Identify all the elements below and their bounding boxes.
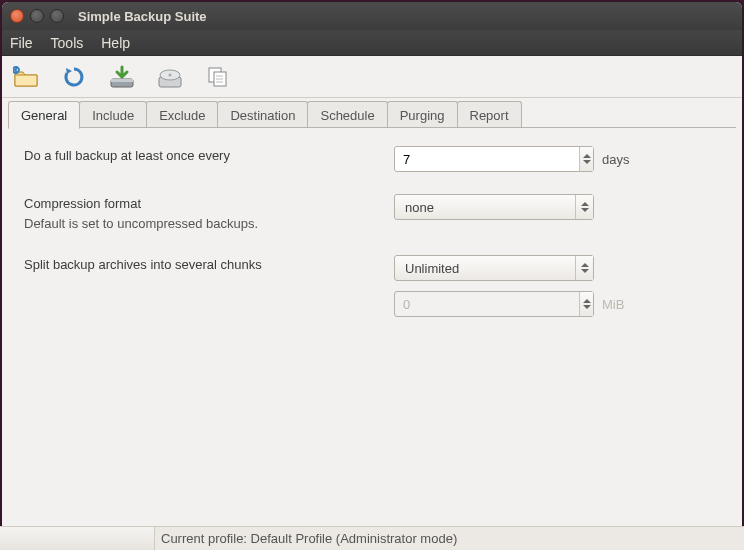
combo-arrows (575, 256, 593, 280)
tab-purging[interactable]: Purging (387, 101, 458, 128)
tab-schedule[interactable]: Schedule (307, 101, 387, 128)
row-split: Split backup archives into several chunk… (24, 255, 720, 281)
toolbar (2, 56, 742, 98)
spin-buttons (579, 292, 593, 316)
reload-icon[interactable] (60, 63, 88, 91)
menu-tools[interactable]: Tools (51, 35, 84, 51)
tab-label: Purging (400, 108, 445, 123)
tab-label: Exclude (159, 108, 205, 123)
disk-icon[interactable] (156, 63, 184, 91)
split-size-input (395, 297, 579, 312)
svg-rect-1 (111, 79, 133, 82)
tab-label: Schedule (320, 108, 374, 123)
split-value: Unlimited (395, 261, 575, 276)
tab-content-general: Do a full backup at least once every day… (2, 128, 742, 508)
compression-combobox[interactable]: none (394, 194, 594, 220)
tab-label: Report (470, 108, 509, 123)
tab-destination[interactable]: Destination (217, 101, 308, 128)
backup-icon[interactable] (108, 63, 136, 91)
tab-include[interactable]: Include (79, 101, 147, 128)
open-folder-icon[interactable] (12, 63, 40, 91)
split-label: Split backup archives into several chunk… (24, 257, 262, 272)
window-title: Simple Backup Suite (78, 9, 207, 24)
tabbar: General Include Exclude Destination Sche… (2, 98, 742, 128)
chevron-up-icon (583, 299, 591, 303)
chevron-down-icon (581, 269, 589, 273)
full-backup-label: Do a full backup at least once every (24, 148, 230, 163)
tab-label: General (21, 108, 67, 123)
app-window: Simple Backup Suite File Tools Help Gene… (2, 2, 742, 546)
compression-label: Compression format (24, 194, 394, 214)
row-compression: Compression format Default is set to unc… (24, 194, 720, 233)
close-icon[interactable] (10, 9, 24, 23)
row-full-backup: Do a full backup at least once every day… (24, 146, 720, 172)
menu-file[interactable]: File (10, 35, 33, 51)
maximize-icon[interactable] (50, 9, 64, 23)
menubar: File Tools Help (2, 30, 742, 56)
chevron-up-icon (581, 263, 589, 267)
tab-general[interactable]: General (8, 101, 80, 129)
statusbar: Current profile: Default Profile (Admini… (2, 526, 742, 546)
status-tab[interactable] (2, 527, 155, 546)
compression-value: none (395, 200, 575, 215)
full-backup-unit: days (602, 152, 629, 167)
chevron-down-icon (583, 160, 591, 164)
minimize-icon[interactable] (30, 9, 44, 23)
chevron-up-icon (583, 154, 591, 158)
tab-label: Include (92, 108, 134, 123)
spin-buttons[interactable] (579, 147, 593, 171)
combo-arrows (575, 195, 593, 219)
full-backup-input[interactable] (395, 152, 579, 167)
compression-sublabel: Default is set to uncompressed backups. (24, 214, 394, 234)
full-backup-spinbox[interactable] (394, 146, 594, 172)
window-buttons (10, 9, 64, 23)
titlebar[interactable]: Simple Backup Suite (2, 2, 742, 30)
tab-report[interactable]: Report (457, 101, 522, 128)
chevron-up-icon (581, 202, 589, 206)
menu-help[interactable]: Help (101, 35, 130, 51)
tab-exclude[interactable]: Exclude (146, 101, 218, 128)
chevron-down-icon (583, 305, 591, 309)
tab-label: Destination (230, 108, 295, 123)
copy-icon[interactable] (204, 63, 232, 91)
split-size-spinbox (394, 291, 594, 317)
status-text: Current profile: Default Profile (Admini… (155, 531, 457, 546)
split-size-unit: MiB (602, 297, 624, 312)
split-combobox[interactable]: Unlimited (394, 255, 594, 281)
chevron-down-icon (581, 208, 589, 212)
row-split-size: MiB (24, 291, 720, 317)
svg-point-4 (169, 73, 172, 76)
